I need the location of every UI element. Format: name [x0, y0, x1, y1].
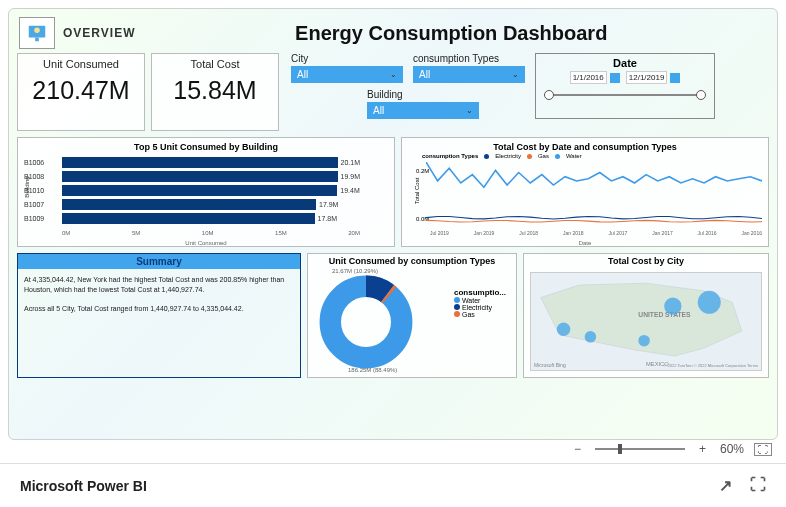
- x-axis-title: Unit Consumed: [18, 240, 394, 246]
- kpi-label: Total Cost: [160, 58, 270, 70]
- report-canvas: OVERVIEW Energy Consumption Dashboard Un…: [8, 8, 778, 440]
- date-slider[interactable]: [544, 90, 706, 100]
- filter-label: consumption Types: [413, 53, 525, 64]
- kpi-value: 210.47M: [26, 76, 136, 105]
- chart-title: Total Cost by City: [528, 256, 764, 266]
- map-canvas[interactable]: UNITED STATES MEXICO Microsoft Bing © 20…: [530, 272, 762, 371]
- filter-label: City: [291, 53, 403, 64]
- city-dropdown[interactable]: All⌄: [291, 66, 403, 83]
- building-dropdown[interactable]: All⌄: [367, 102, 479, 119]
- x-axis-ticks: Jul 2019Jan 2019Jul 2018Jan 2018Jul 2017…: [430, 230, 762, 236]
- svg-point-1: [34, 28, 40, 34]
- svg-point-10: [638, 335, 650, 347]
- filter-label: Date: [544, 57, 706, 69]
- date-to-picker[interactable]: 12/1/2019: [626, 71, 681, 84]
- donut-chart-panel[interactable]: Unit Consumed by consumption Types 21.67…: [307, 253, 517, 378]
- svg-point-9: [664, 298, 681, 315]
- bar-chart-panel[interactable]: Top 5 Unit Consumed by Building Building…: [17, 137, 395, 247]
- kpi-total-cost: Total Cost 15.84M: [151, 53, 279, 131]
- svg-text:UNITED STATES: UNITED STATES: [638, 311, 691, 318]
- slider-handle-start[interactable]: [544, 90, 554, 100]
- kpi-label: Unit Consumed: [26, 58, 136, 70]
- zoom-handle[interactable]: [618, 444, 622, 454]
- summary-panel: Summary At 4,335,044.42, New York had th…: [17, 253, 301, 378]
- fullscreen-icon[interactable]: ⛶: [750, 476, 766, 495]
- chevron-down-icon: ⌄: [390, 70, 397, 79]
- line-legend: consumption Types Electricity Gas Water: [422, 153, 582, 159]
- calendar-icon: [610, 73, 620, 83]
- map-provider: Microsoft Bing: [534, 362, 566, 368]
- donut-legend: consumptio... Water Electricity Gas: [454, 288, 506, 318]
- y-axis-labels: B1006B1008B1010B1007B1009: [24, 156, 44, 226]
- page-title: Energy Consumption Dashboard: [135, 22, 767, 45]
- line-plot: [426, 162, 762, 225]
- app-footer: Microsoft Power BI ↗ ⛶: [0, 463, 786, 507]
- map-panel[interactable]: Total Cost by City UNITED STATES MEXICO …: [523, 253, 769, 378]
- chart-title: Total Cost by Date and consumption Types: [408, 142, 762, 152]
- filter-date: Date 1/1/2016 12/1/2019: [535, 53, 715, 119]
- slice-label: 21.67M (10.29%): [332, 268, 378, 274]
- filter-building: Building All⌄: [367, 89, 525, 119]
- zoom-out-button[interactable]: −: [570, 442, 585, 456]
- x-axis-title: Date: [402, 240, 768, 246]
- y-axis-title: Total Cost: [414, 178, 420, 205]
- svg-rect-2: [35, 38, 39, 42]
- x-axis-ticks: 0M5M10M15M20M: [62, 230, 360, 236]
- kpi-unit-consumed: Unit Consumed 210.47M: [17, 53, 145, 131]
- overview-icon: [19, 17, 55, 49]
- filter-city: City All⌄: [291, 53, 403, 83]
- line-chart-panel[interactable]: Total Cost by Date and consumption Types…: [401, 137, 769, 247]
- kpi-value: 15.84M: [160, 76, 270, 105]
- chevron-down-icon: ⌄: [466, 106, 473, 115]
- summary-title: Summary: [18, 254, 300, 269]
- svg-point-11: [585, 331, 597, 343]
- brand-label: Microsoft Power BI: [20, 478, 147, 494]
- zoom-value: 60%: [720, 442, 744, 456]
- header: OVERVIEW Energy Consumption Dashboard: [9, 9, 777, 53]
- fit-to-page-icon[interactable]: ⛶: [754, 443, 772, 456]
- svg-point-8: [698, 291, 721, 314]
- chevron-down-icon: ⌄: [512, 70, 519, 79]
- overview-label: OVERVIEW: [63, 26, 135, 40]
- summary-text: At 4,335,044.42, New York had the highes…: [24, 275, 294, 295]
- chart-title: Unit Consumed by consumption Types: [312, 256, 512, 266]
- chart-title: Top 5 Unit Consumed by Building: [24, 142, 388, 152]
- donut-plot: [316, 272, 416, 372]
- zoom-in-button[interactable]: +: [695, 442, 710, 456]
- consumption-types-dropdown[interactable]: All⌄: [413, 66, 525, 83]
- date-from-picker[interactable]: 1/1/2016: [570, 71, 620, 84]
- slice-label: 186.25M (88.49%): [348, 367, 397, 373]
- slider-handle-end[interactable]: [696, 90, 706, 100]
- share-icon[interactable]: ↗: [719, 476, 732, 495]
- calendar-icon: [670, 73, 680, 83]
- svg-point-12: [557, 322, 570, 335]
- bars: 20.1M19.9M19.4M17.9M17.8M: [62, 156, 360, 224]
- filter-label: Building: [367, 89, 525, 100]
- summary-text: Across all 5 City, Total Cost ranged fro…: [24, 304, 294, 314]
- zoom-slider[interactable]: [595, 448, 685, 450]
- filter-consumption-types: consumption Types All⌄: [413, 53, 525, 83]
- map-attribution: © 2022 TomTom © 2022 Microsoft Corporati…: [664, 363, 758, 368]
- zoom-toolbar: − + 60% ⛶: [0, 439, 786, 459]
